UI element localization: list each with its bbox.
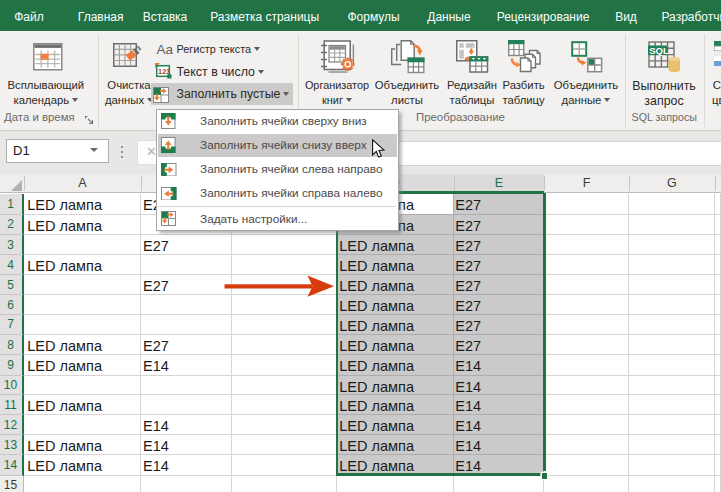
svg-text:SQL: SQL	[649, 44, 669, 55]
